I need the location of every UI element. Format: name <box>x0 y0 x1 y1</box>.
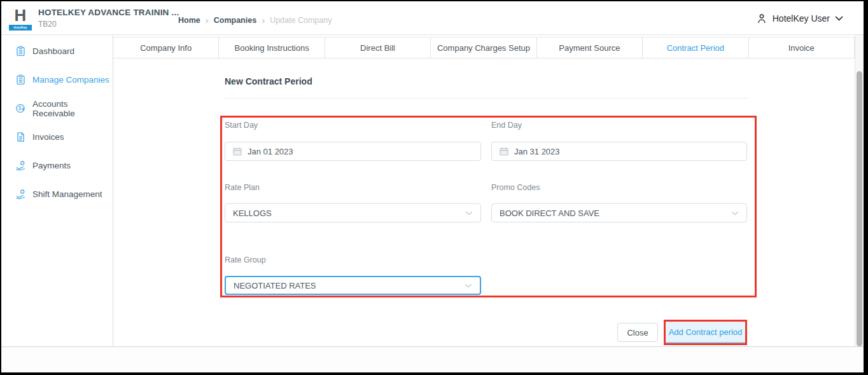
sidebar-item-invoices[interactable]: Invoices <box>1 123 113 151</box>
add-contract-period-button[interactable]: Add Contract period <box>666 322 745 343</box>
rate-group-label: Rate Group <box>225 256 266 264</box>
sidebar-item-label: Manage Companies <box>32 75 109 85</box>
top-header: H HotelKey HOTELKEY ADVANCE TRAININ ... … <box>1 1 864 35</box>
clipboard-icon <box>15 74 26 86</box>
user-name: HotelKey User <box>773 13 830 24</box>
contract-period-panel: New Contract Period Start Day Jan 01 202… <box>113 58 855 346</box>
sidebar-item-dashboard[interactable]: Dashboard <box>1 37 113 65</box>
sidebar-item-label: Accounts Receivable <box>32 99 113 118</box>
tab-invoice[interactable]: Invoice <box>749 38 855 58</box>
main-area: Company Info Booking Instructions Direct… <box>113 35 855 346</box>
close-button[interactable]: Close <box>617 323 658 342</box>
add-button-annotation-box: Add Contract period <box>664 320 747 345</box>
hand-coin-icon <box>15 189 26 200</box>
sidebar-item-label: Shift Management <box>32 189 102 199</box>
tab-direct-bill[interactable]: Direct Bill <box>325 38 431 58</box>
calendar-icon <box>233 147 242 156</box>
end-day-value: Jan 31 2023 <box>514 147 560 156</box>
logo-letter: H <box>9 5 32 25</box>
tab-contract-period[interactable]: Contract Period <box>643 38 748 58</box>
breadcrumb-companies[interactable]: Companies <box>214 16 256 25</box>
breadcrumb-home[interactable]: Home <box>178 16 200 25</box>
footer-strip <box>1 346 864 372</box>
hotelkey-logo: H HotelKey <box>9 5 32 31</box>
rate-group-select[interactable]: NEGOTIATED RATES <box>225 276 481 295</box>
start-day-input[interactable]: Jan 01 2023 <box>225 142 481 161</box>
sidebar-item-label: Dashboard <box>32 46 74 56</box>
hand-coin-icon <box>15 160 26 172</box>
property-title: HOTELKEY ADVANCE TRAININ ... <box>38 8 179 17</box>
chevron-down-icon <box>731 211 739 215</box>
tab-booking-instructions[interactable]: Booking Instructions <box>219 38 325 58</box>
chevron-down-icon <box>465 211 473 215</box>
sidebar: Dashboard Manage Companies $ <box>1 35 113 346</box>
calendar-icon <box>500 147 508 156</box>
person-icon <box>756 13 767 24</box>
chevron-down-icon <box>835 16 843 21</box>
property-code: TB20 <box>38 20 179 29</box>
property-title-block: HOTELKEY ADVANCE TRAININ ... TB20 <box>38 8 179 29</box>
sidebar-item-manage-companies[interactable]: Manage Companies <box>1 65 113 94</box>
tab-bar: Company Info Booking Instructions Direct… <box>113 37 855 58</box>
promo-codes-label: Promo Codes <box>491 183 540 192</box>
start-day-label: Start Day <box>225 121 258 130</box>
app-window: H HotelKey HOTELKEY ADVANCE TRAININ ... … <box>0 0 868 375</box>
tab-company-info[interactable]: Company Info <box>113 38 219 58</box>
end-day-label: End Day <box>491 121 522 130</box>
document-icon <box>15 132 26 143</box>
promo-codes-value: BOOK DIRECT AND SAVE <box>500 208 599 218</box>
sidebar-item-payments[interactable]: Payments <box>1 151 113 180</box>
breadcrumb-update-company: Update Company <box>270 16 332 25</box>
promo-codes-select[interactable]: BOOK DIRECT AND SAVE <box>491 203 747 222</box>
tab-company-charges-setup[interactable]: Company Charges Setup <box>431 38 536 58</box>
sidebar-item-label: Payments <box>32 161 71 170</box>
rate-group-value: NEGOTIATED RATES <box>234 281 316 290</box>
user-menu[interactable]: HotelKey User <box>756 1 843 35</box>
body-row: Dashboard Manage Companies $ <box>1 35 864 346</box>
chevron-down-icon <box>465 283 472 288</box>
logo-brand-label: HotelKey <box>9 25 32 31</box>
breadcrumb: Home › Companies › Update Company <box>178 15 332 25</box>
heading-divider <box>225 98 747 99</box>
vertical-scrollbar[interactable] <box>855 35 864 346</box>
svg-text:$: $ <box>18 105 21 111</box>
breadcrumb-separator-icon: › <box>206 15 209 25</box>
clipboard-icon <box>15 46 26 57</box>
dollar-circle-icon: $ <box>15 103 26 114</box>
scrollbar-thumb[interactable] <box>857 71 862 346</box>
sidebar-item-shift-management[interactable]: Shift Management <box>1 180 113 208</box>
start-day-value: Jan 01 2023 <box>248 147 293 156</box>
rate-plan-select[interactable]: KELLOGS <box>225 203 481 222</box>
breadcrumb-separator-icon: › <box>262 15 265 25</box>
rate-plan-value: KELLOGS <box>233 208 272 218</box>
sidebar-item-label: Invoices <box>32 132 64 142</box>
tab-payment-source[interactable]: Payment Source <box>537 38 643 58</box>
rate-plan-label: Rate Plan <box>225 183 260 192</box>
sidebar-item-accounts-receivable[interactable]: $ Accounts Receivable <box>1 94 113 123</box>
end-day-input[interactable]: Jan 31 2023 <box>491 142 747 161</box>
page-title: New Contract Period <box>225 76 312 86</box>
